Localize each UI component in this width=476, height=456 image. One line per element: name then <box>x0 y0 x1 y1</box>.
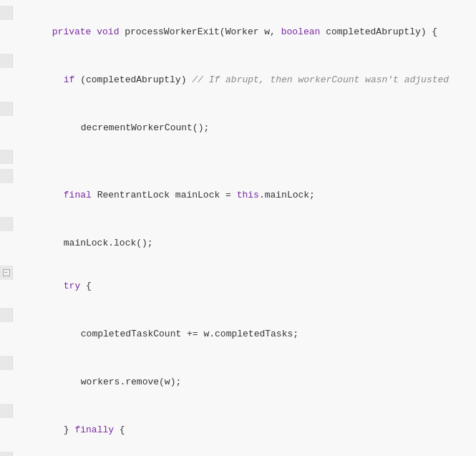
gutter-5 <box>0 169 13 183</box>
keyword-if: if <box>64 74 80 85</box>
line-11: mainLock.unlock(); <box>0 452 476 456</box>
brace-try-open: { <box>86 281 92 291</box>
keyword-try: try <box>64 281 86 291</box>
content-7: try { <box>13 265 476 308</box>
content-2: if (completedAbruptly) // If abrupt, the… <box>13 59 476 102</box>
line-2: if (completedAbruptly) // If abrupt, the… <box>0 54 476 102</box>
keyword-private: private <box>52 26 97 37</box>
line-1: private void processWorkerExit(Worker w,… <box>0 6 476 54</box>
method-name: processWorkerExit( <box>125 26 225 37</box>
method-mainlock-lock: mainLock.lock(); <box>64 238 153 248</box>
keyword-void: void <box>97 26 125 37</box>
gutter-6 <box>0 217 13 231</box>
line-3: decrementWorkerCount(); <box>0 102 476 150</box>
gutter-2 <box>0 54 13 68</box>
keyword-this: this <box>237 190 259 200</box>
keyword-boolean: boolean <box>281 26 326 37</box>
gutter-1 <box>0 6 13 20</box>
type-reentrantlock: ReentrantLock mainLock = <box>97 190 237 200</box>
brace-finally-open: { <box>114 425 125 435</box>
content-8: completedTaskCount += w.completedTasks; <box>13 313 476 356</box>
keyword-final: final <box>64 190 97 200</box>
stmt-completed-task-count: completedTaskCount += w.completedTasks; <box>81 329 298 339</box>
gutter-e1 <box>0 150 13 164</box>
method-decrement: decrementWorkerCount(); <box>81 122 209 133</box>
gutter-8 <box>0 308 13 322</box>
gutter-11 <box>0 452 13 456</box>
keyword-finally: finally <box>74 425 114 435</box>
content-6: mainLock.lock(); <box>13 222 476 265</box>
content-10: } finally { <box>13 409 476 452</box>
line-6: mainLock.lock(); <box>0 217 476 265</box>
comment-abrupt: // If abrupt, then workerCount wasn't ad… <box>192 74 449 85</box>
gutter-7: − <box>0 266 13 280</box>
content-e1 <box>13 155 476 169</box>
content-5: final ReentrantLock mainLock = this.main… <box>13 174 476 217</box>
close-brace-try: } <box>64 425 75 435</box>
content-1: private void processWorkerExit(Worker w,… <box>13 11 476 54</box>
line-8: completedTaskCount += w.completedTasks; <box>0 308 476 356</box>
code-editor: private void processWorkerExit(Worker w,… <box>0 0 476 456</box>
line-empty-1 <box>0 150 476 169</box>
gutter-3 <box>0 102 13 116</box>
gutter-10 <box>0 404 13 418</box>
field-mainlock: .mainLock; <box>259 190 315 200</box>
param-worker: Worker w, <box>225 26 281 37</box>
content-9: workers.remove(w); <box>13 361 476 404</box>
content-3: decrementWorkerCount(); <box>13 107 476 150</box>
gutter-9 <box>0 356 13 370</box>
line-5: final ReentrantLock mainLock = this.main… <box>0 169 476 217</box>
condition-completed: (completedAbruptly) <box>80 74 192 85</box>
line-9: workers.remove(w); <box>0 356 476 404</box>
fold-7[interactable]: − <box>3 269 10 276</box>
stmt-workers-remove: workers.remove(w); <box>81 377 181 387</box>
line-7: − try { <box>0 265 476 308</box>
param-completed: completedAbruptly) { <box>326 26 437 37</box>
line-10: } finally { <box>0 404 476 452</box>
